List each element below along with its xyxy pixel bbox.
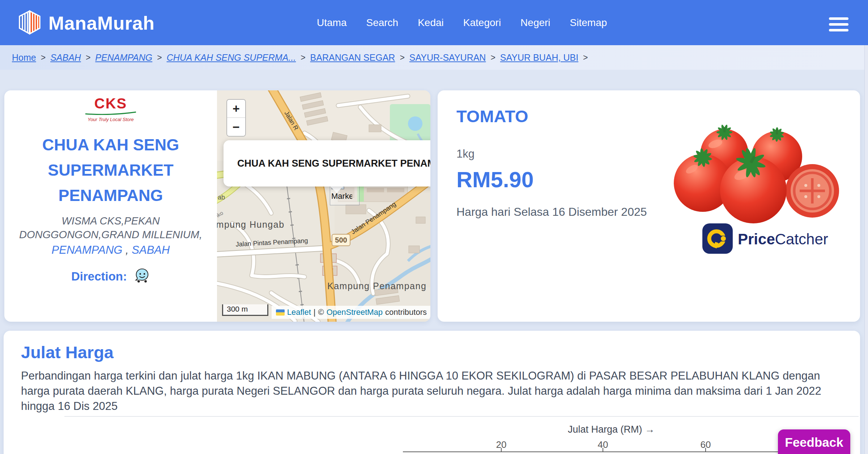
zoom-in-button[interactable]: + — [227, 100, 245, 118]
chart-top-divider — [64, 416, 859, 417]
store-location-links: PENAMPANG , SABAH — [4, 244, 217, 257]
comma: , — [125, 244, 129, 256]
cks-logo-tagline: Your Truly Local Store — [4, 117, 217, 122]
breadcrumb-separator: > — [400, 53, 404, 63]
breadcrumb-item-group[interactable]: SAYUR BUAH, UBI — [500, 52, 578, 63]
cks-logo-text: CKS — [4, 97, 217, 110]
manamurah-logo-icon — [17, 9, 43, 37]
cks-store-logo: CKS Your Truly Local Store — [4, 97, 217, 122]
breadcrumb-separator: > — [583, 53, 588, 63]
breadcrumb-separator: > — [86, 53, 90, 63]
breadcrumb-separator: > — [301, 53, 305, 63]
map-label-fragment-ab: ab — [218, 194, 225, 201]
axis-tickmark — [705, 448, 706, 451]
scrollbar-track[interactable] — [864, 45, 868, 454]
state-link[interactable]: SABAH — [132, 244, 170, 256]
map-label-kampung-penampang: Kampung Penampang — [327, 281, 426, 291]
map-tiles: 500 Kampung Hungab Kampung Penampang Jal… — [217, 90, 430, 322]
marker-alt-text: Marker — [331, 192, 352, 201]
feedback-button[interactable]: Feedback — [778, 429, 850, 454]
breadcrumb-separator: > — [490, 53, 495, 63]
product-image-tomatoes — [668, 119, 846, 228]
nav-item-search[interactable]: Search — [366, 17, 398, 29]
axis-tickmark — [603, 448, 603, 451]
app-header: ManaMurah Utama Search Kedai Kategori Ne… — [0, 0, 868, 45]
nav-item-utama[interactable]: Utama — [317, 17, 346, 29]
page: ManaMurah Utama Search Kedai Kategori Ne… — [0, 0, 868, 454]
hamburger-menu-icon[interactable] — [829, 17, 848, 31]
breadcrumb-separator: > — [157, 53, 162, 63]
leaflet-map[interactable]: 500 Kampung Hungab Kampung Penampang Jal… — [217, 90, 430, 322]
breadcrumb-state[interactable]: SABAH — [50, 52, 81, 63]
nav-item-negeri[interactable]: Negeri — [520, 17, 550, 29]
nav-item-sitemap[interactable]: Sitemap — [570, 17, 607, 29]
pricecatcher-icon — [702, 223, 733, 255]
map-label-kampung-hungab: Kampung Hungab — [217, 219, 285, 230]
breadcrumb-home[interactable]: Home — [12, 52, 36, 63]
copyright-symbol: © — [318, 308, 324, 317]
leaflet-link[interactable]: Leaflet — [287, 308, 311, 317]
store-card: CKS Your Truly Local Store CHUA KAH SENG… — [4, 90, 430, 322]
product-unit: 1kg — [456, 147, 475, 160]
nav-item-kategori[interactable]: Kategori — [463, 17, 501, 29]
product-name: TOMATO — [456, 106, 528, 126]
pricecatcher-logo: PriceCatcher — [702, 223, 828, 255]
product-price: RM5.90 — [456, 167, 534, 192]
map-attribution: Leaflet | © OpenStreetMap contributors — [272, 306, 430, 319]
store-address: WISMA CKS,PEKAN DONGGONGON,GRAND MILLENI… — [13, 214, 208, 241]
direction-label: Direction: — [71, 270, 127, 283]
main-nav: Utama Search Kedai Kategori Negeri Sitem… — [317, 0, 607, 45]
store-info: CKS Your Truly Local Store CHUA KAH SENG… — [4, 90, 217, 322]
store-name[interactable]: CHUA KAH SENG SUPERMARKET PENAMPANG — [13, 132, 208, 208]
openstreetmap-link[interactable]: OpenStreetMap — [327, 308, 383, 317]
route-badge-label: 500 — [335, 236, 347, 244]
attribution-divider: | — [314, 308, 316, 317]
map-popup: CHUA KAH SENG SUPERMARKET PENAMPANG — [224, 140, 430, 187]
chart-x-axis — [403, 451, 830, 452]
price-range-card: Julat Harga Perbandingan harga terkini d… — [4, 331, 860, 454]
breadcrumb-separator: > — [41, 53, 46, 63]
cks-logo-swoosh — [84, 111, 138, 115]
waze-icon[interactable] — [133, 267, 150, 286]
brand-logo-link[interactable]: ManaMurah — [17, 9, 154, 37]
district-link[interactable]: PENAMPANG — [52, 244, 123, 256]
chart-axis-label: Julat Harga (RM) → — [539, 424, 684, 435]
product-card: TOMATO 1kg RM5.90 Harga hari Selasa 16 D… — [438, 90, 860, 322]
section-title: Julat Harga — [21, 342, 114, 362]
zoom-out-button[interactable]: − — [227, 118, 245, 136]
breadcrumb-subcategory[interactable]: SAYUR-SAYURAN — [409, 52, 486, 63]
contributors-text: contributors — [385, 308, 427, 317]
section-description: Perbandingan harga terkini dan julat har… — [21, 368, 833, 414]
popup-title: CHUA KAH SENG SUPERMARKET PENAMPANG — [237, 158, 430, 169]
breadcrumb-category[interactable]: BARANGAN SEGAR — [310, 52, 395, 63]
price-date-note: Harga hari Selasa 16 Disember 2025 — [456, 205, 647, 219]
breadcrumb-store[interactable]: CHUA KAH SENG SUPERMA... — [167, 52, 296, 63]
map-zoom-control: + − — [226, 99, 246, 137]
breadcrumb: Home > SABAH > PENAMPANG > CHUA KAH SENG… — [0, 45, 868, 70]
breadcrumb-district[interactable]: PENAMPANG — [95, 52, 152, 63]
pricecatcher-wordmark: PriceCatcher — [738, 231, 828, 248]
brand-name: ManaMurah — [48, 12, 154, 34]
direction-row: Direction: — [4, 267, 217, 286]
ukraine-flag-icon — [276, 309, 285, 316]
map-scale: 300 m — [222, 304, 268, 316]
nav-item-kedai[interactable]: Kedai — [418, 17, 444, 29]
axis-tickmark — [501, 448, 502, 451]
